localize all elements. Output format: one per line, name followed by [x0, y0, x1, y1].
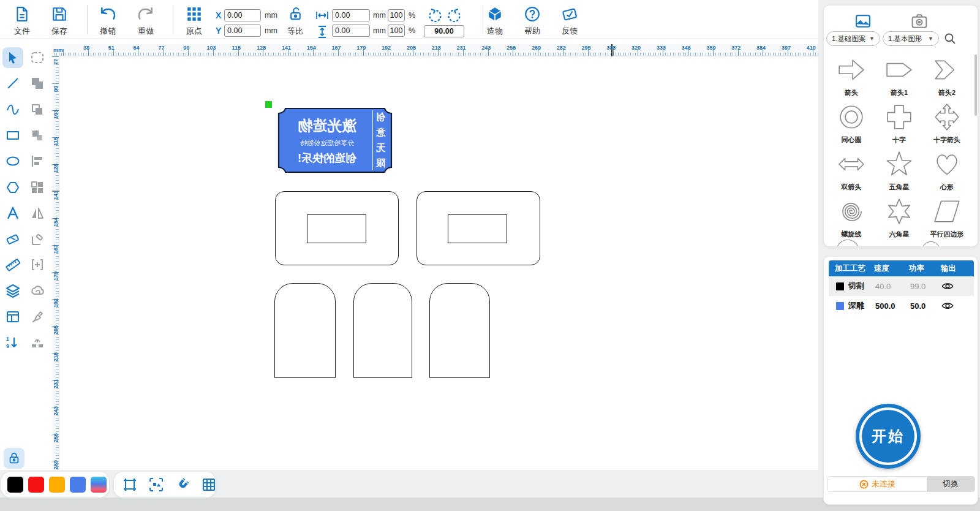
x-input[interactable] — [224, 9, 261, 21]
output-visibility-toggle[interactable] — [941, 301, 954, 310]
ruler-number: 205 — [53, 325, 59, 335]
subtract-tool-button[interactable] — [27, 99, 48, 120]
shape-item-arrow1[interactable]: 箭头1 — [875, 56, 923, 97]
color-swatch[interactable] — [70, 477, 86, 493]
curve-tool-button[interactable] — [2, 99, 23, 120]
shape-item-spiral[interactable]: 螺旋线 — [827, 197, 875, 239]
magnet-snap-button[interactable] — [175, 477, 190, 492]
select-tool-button[interactable] — [2, 47, 23, 68]
gallery-scrollbar[interactable] — [974, 55, 977, 116]
subcategory-dropdown[interactable]: 1.基本图形▼ — [883, 31, 939, 46]
eraser-tool-button[interactable] — [2, 229, 23, 249]
shape-item-star5[interactable]: 五角星 — [875, 150, 923, 192]
height-input[interactable] — [332, 25, 370, 37]
save-label: 保存 — [41, 26, 78, 37]
rectangle-tool-button[interactable] — [2, 125, 23, 146]
process-table-header: 加工工艺 速度 功率 输出 — [829, 260, 974, 276]
sort-order-tool-button[interactable]: 19 — [2, 332, 23, 353]
marquee-select-tool-button[interactable] — [27, 47, 48, 68]
table-tool-button[interactable] — [2, 306, 23, 327]
redo-button[interactable]: 重做 — [127, 6, 164, 37]
center-align-tool-button[interactable] — [27, 254, 48, 275]
start-button[interactable]: 开始 — [856, 404, 921, 469]
shape-item-cross[interactable]: 十字 — [875, 103, 923, 145]
undo-button[interactable]: 撤销 — [89, 6, 126, 37]
mirror-tool-button[interactable] — [27, 203, 48, 224]
search-icon[interactable] — [944, 32, 956, 45]
connection-bar: 未连接 切换 — [827, 476, 975, 492]
aspect-lock-button[interactable]: 等比 — [277, 6, 314, 37]
break-apart-tool-button[interactable] — [27, 332, 48, 353]
process-row-切割[interactable]: 切割40.099.0 — [829, 276, 974, 296]
help-button[interactable]: 帮助 — [514, 6, 551, 37]
selection-handle[interactable] — [265, 101, 272, 108]
weld-tool-icon — [30, 284, 45, 298]
grid-toggle-button[interactable] — [202, 477, 216, 492]
feedback-button[interactable]: 反馈 — [551, 6, 588, 37]
node-edit-tool-button[interactable] — [27, 229, 48, 249]
ruler-tool-button[interactable] — [2, 254, 23, 275]
layer-color-swatch[interactable] — [836, 302, 844, 310]
color-swatch[interactable] — [7, 477, 23, 493]
shape-item-cross-arrows[interactable]: 十字箭头 — [923, 103, 971, 145]
layer-color-swatch[interactable] — [836, 282, 844, 290]
color-swatch-gradient[interactable] — [91, 477, 107, 493]
switch-device-button[interactable]: 切换 — [927, 477, 974, 491]
rotate-ccw-button[interactable] — [428, 9, 442, 23]
ruler-number: 372 — [731, 45, 741, 51]
pen-tool-button[interactable] — [27, 306, 48, 327]
arch-shape[interactable] — [429, 283, 490, 378]
arrange-tool-button[interactable] — [27, 177, 48, 198]
color-swatch[interactable] — [28, 477, 44, 493]
intersect-tool-button[interactable] — [27, 125, 48, 146]
union-tool-button[interactable] — [27, 73, 48, 94]
layers-tool-button[interactable] — [2, 281, 23, 301]
category-dropdown[interactable]: 1.基础图案▼ — [826, 31, 880, 46]
rotation-input[interactable] — [424, 25, 464, 37]
arch-shape[interactable] — [353, 283, 412, 378]
shape-item-concentric[interactable]: 同心圆 — [827, 103, 875, 145]
cross-icon — [883, 103, 916, 131]
text-tool-button[interactable] — [2, 203, 23, 224]
file-button[interactable]: 文件 — [4, 6, 40, 37]
y-input[interactable] — [224, 25, 261, 37]
preview-frame-button[interactable] — [149, 477, 164, 492]
ellipse-tool-button[interactable] — [2, 151, 23, 172]
shape-item-arrow[interactable]: 箭头 — [827, 56, 875, 97]
align-tool-button[interactable] — [27, 151, 48, 172]
shape-item-double-arrow[interactable]: 双箭头 — [827, 150, 875, 192]
shape-item-star6[interactable]: 六角星 — [875, 197, 923, 239]
width-input[interactable] — [332, 9, 370, 21]
polygon-tool-button[interactable] — [2, 177, 23, 198]
height-percent-input[interactable] — [388, 25, 405, 37]
weld-tool-button[interactable] — [27, 281, 48, 301]
design-canvas[interactable]: 创意无限 激光造物 分享给您这份独特 创造的快乐! — [59, 56, 818, 470]
process-row-深雕[interactable]: 深雕500.050.0 — [829, 296, 974, 316]
switch-label: 切换 — [943, 479, 959, 490]
ruler-number: 192 — [382, 45, 391, 51]
line-tool-button[interactable] — [2, 73, 23, 94]
origin-button[interactable]: 原点 — [176, 6, 213, 37]
plaque-object[interactable]: 创意无限 激光造物 分享给您这份独特 创造的快乐! — [277, 107, 393, 174]
width-percent-input[interactable] — [388, 9, 405, 21]
frame-tool-button[interactable] — [123, 477, 137, 492]
parallelogram-icon — [930, 197, 963, 225]
shape-item-arrow2[interactable]: 箭头2 — [923, 56, 971, 97]
concentric-icon — [835, 103, 868, 131]
output-visibility-toggle[interactable] — [941, 282, 954, 290]
app-window: 文件 保存 撤销 重做 原点 X mm Y — [0, 0, 980, 511]
create-button[interactable]: 造物 — [477, 6, 513, 37]
connection-status-button[interactable]: 未连接 — [828, 477, 927, 491]
lock-tool-button[interactable] — [4, 448, 24, 469]
tag-inner-rect[interactable] — [307, 214, 366, 243]
ruler-number: 320 — [631, 45, 641, 51]
shape-item-heart[interactable]: 心形 — [923, 150, 971, 192]
shape-item-parallelogram[interactable]: 平行四边形 — [923, 197, 971, 239]
color-swatch[interactable] — [49, 477, 65, 493]
height-percent-sign: % — [409, 26, 415, 35]
arch-shape[interactable] — [274, 283, 336, 378]
tag-inner-rect[interactable] — [448, 214, 507, 243]
rotate-cw-button[interactable] — [447, 9, 462, 23]
save-button[interactable]: 保存 — [41, 6, 78, 37]
tab-camera[interactable] — [911, 13, 928, 29]
